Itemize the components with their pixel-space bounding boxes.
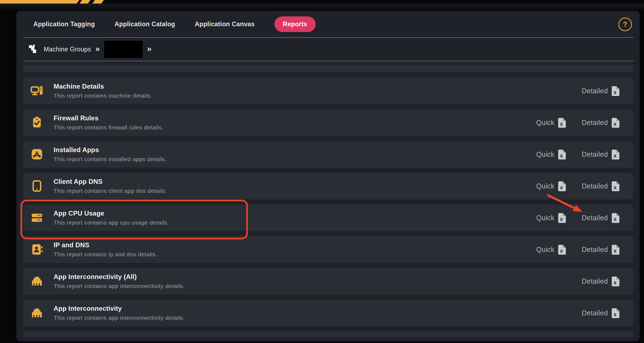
quick-export-label: Quick xyxy=(536,182,554,190)
page: Application TaggingApplication CatalogAp… xyxy=(0,0,644,343)
ethernet-icon xyxy=(30,306,43,319)
report-actions: QuickxDetailedx xyxy=(536,245,620,255)
report-title: Machine Details xyxy=(54,83,152,90)
report-text: IP and DNSThis report contains ip and dn… xyxy=(54,241,157,258)
question-mark-icon: ? xyxy=(623,21,627,28)
quick-export-label: Quick xyxy=(536,119,554,127)
report-actions: QuickxDetailedx xyxy=(536,213,620,223)
quick-export-label: Quick xyxy=(536,214,554,222)
address-book-icon xyxy=(30,243,43,256)
quick-export-button[interactable]: Quickx xyxy=(536,118,566,128)
detailed-export-label: Detailed xyxy=(582,119,608,127)
tab-reports[interactable]: Reports xyxy=(274,16,316,32)
brand-stripe xyxy=(92,0,104,4)
svg-text:x: x xyxy=(613,121,616,127)
detailed-export-button[interactable]: Detailedx xyxy=(582,118,620,128)
quick-export-button[interactable]: Quickx xyxy=(536,245,566,255)
report-row-installed-apps: Installed AppsThis report contains insta… xyxy=(23,141,633,168)
svg-text:x: x xyxy=(560,248,563,254)
brand-stripe xyxy=(80,0,90,4)
report-actions: Detailedx xyxy=(582,86,620,96)
svg-text:x: x xyxy=(560,184,563,190)
excel-file-icon: x xyxy=(611,213,620,223)
report-description: This report contains client app dns deta… xyxy=(54,188,167,194)
clipboard-check-icon xyxy=(30,116,43,129)
content-card: Application TaggingApplication CatalogAp… xyxy=(16,11,640,341)
server-stack-icon xyxy=(30,211,43,224)
redacted-breadcrumb-item[interactable] xyxy=(104,41,143,58)
machine-groups-icon xyxy=(28,44,39,55)
chevron-separator-icon: » xyxy=(95,45,100,54)
tab-bar: Application TaggingApplication CatalogAp… xyxy=(16,11,640,37)
report-row-firewall-rules: Firewall RulesThis report contains firew… xyxy=(23,109,633,136)
report-actions: QuickxDetailedx xyxy=(536,118,620,128)
report-row-app-interconnectivity-all: App Interconnectivity (All)This report c… xyxy=(23,268,633,295)
tab-application-canvas[interactable]: Application Canvas xyxy=(195,21,255,28)
excel-file-icon: x xyxy=(611,149,620,159)
report-row-partial xyxy=(23,65,633,72)
report-text: App InterconnectivityThis report contain… xyxy=(54,305,185,321)
svg-text:x: x xyxy=(613,280,616,286)
report-text: App CPU UsageThis report contains app cp… xyxy=(54,210,169,226)
detailed-export-label: Detailed xyxy=(582,309,608,317)
svg-text:x: x xyxy=(613,216,616,222)
report-actions: QuickxDetailedx xyxy=(536,149,620,159)
report-description: This report contains installed apps deta… xyxy=(54,156,166,162)
svg-text:x: x xyxy=(613,153,616,159)
tab-application-tagging[interactable]: Application Tagging xyxy=(33,21,95,28)
detailed-export-label: Detailed xyxy=(582,214,608,222)
report-row-ip-and-dns: IP and DNSThis report contains ip and dn… xyxy=(23,236,633,263)
detailed-export-button[interactable]: Detailedx xyxy=(582,213,620,223)
excel-file-icon: x xyxy=(558,118,566,128)
svg-text:x: x xyxy=(560,121,563,127)
tab-application-catalog[interactable]: Application Catalog xyxy=(115,21,175,28)
report-title: Installed Apps xyxy=(54,146,166,154)
excel-file-icon: x xyxy=(611,245,620,255)
top-fade xyxy=(0,4,644,12)
desktop-tower-icon xyxy=(30,84,43,97)
detailed-export-button[interactable]: Detailedx xyxy=(582,245,620,255)
help-button[interactable]: ? xyxy=(618,18,632,31)
detailed-export-button[interactable]: Detailedx xyxy=(582,181,620,191)
report-description: This report contains firewall rules deta… xyxy=(54,124,163,131)
ethernet-icon xyxy=(30,275,43,288)
quick-export-button[interactable]: Quickx xyxy=(536,149,566,159)
tab-list: Application TaggingApplication CatalogAp… xyxy=(33,11,316,37)
divider xyxy=(23,61,634,61)
detailed-export-button[interactable]: Detailedx xyxy=(582,276,620,286)
report-title: App Interconnectivity (All) xyxy=(54,273,185,281)
excel-file-icon: x xyxy=(611,308,620,318)
report-description: This report contains app interconnectivi… xyxy=(54,315,185,321)
svg-text:x: x xyxy=(560,153,563,159)
excel-file-icon: x xyxy=(558,181,566,191)
app-store-icon xyxy=(30,148,43,161)
report-row-machine-details: Machine DetailsThis report contains mach… xyxy=(23,77,633,104)
quick-export-label: Quick xyxy=(536,150,554,158)
quick-export-button[interactable]: Quickx xyxy=(536,181,566,191)
excel-file-icon: x xyxy=(611,118,620,128)
report-row-partial xyxy=(23,331,633,337)
chevron-separator-icon: » xyxy=(147,45,151,54)
detailed-export-button[interactable]: Detailedx xyxy=(582,86,620,96)
detailed-export-button[interactable]: Detailedx xyxy=(582,308,620,318)
quick-export-button[interactable]: Quickx xyxy=(536,213,566,223)
report-text: Firewall RulesThis report contains firew… xyxy=(54,114,163,131)
report-title: IP and DNS xyxy=(54,241,157,249)
report-description: This report contains app cpu usage detai… xyxy=(54,219,169,226)
report-text: App Interconnectivity (All)This report c… xyxy=(54,273,185,289)
report-title: Client App DNS xyxy=(54,178,167,185)
detailed-export-label: Detailed xyxy=(582,87,608,95)
svg-text:x: x xyxy=(560,216,563,222)
detailed-export-button[interactable]: Detailedx xyxy=(582,149,620,159)
report-title: Firewall Rules xyxy=(54,114,163,122)
report-row-app-cpu-usage: App CPU UsageThis report contains app cp… xyxy=(23,204,633,231)
detailed-export-label: Detailed xyxy=(582,182,608,190)
excel-file-icon: x xyxy=(558,245,566,255)
report-title: App CPU Usage xyxy=(54,210,169,217)
svg-text:x: x xyxy=(613,248,616,254)
svg-text:x: x xyxy=(613,184,616,190)
breadcrumb-machine-groups[interactable]: Machine Groups xyxy=(44,46,91,53)
detailed-export-label: Detailed xyxy=(582,150,608,158)
report-list: Machine DetailsThis report contains mach… xyxy=(23,65,633,337)
tablet-icon xyxy=(30,179,43,193)
